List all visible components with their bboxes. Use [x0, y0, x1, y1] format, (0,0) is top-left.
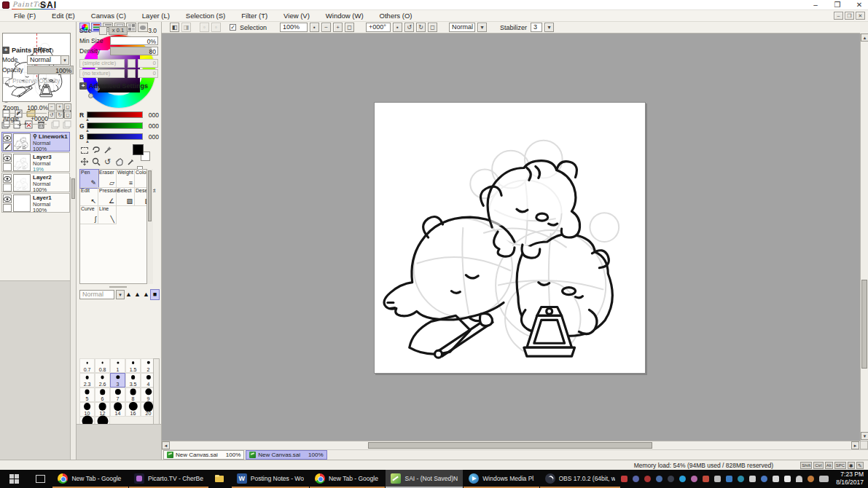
scroll-down-button[interactable]: ▼: [861, 432, 868, 440]
zoom-out-button[interactable]: −: [321, 23, 331, 32]
green-slider[interactable]: [87, 122, 143, 129]
tray-icon-10[interactable]: [726, 476, 732, 482]
tray-skype-icon[interactable]: [679, 476, 686, 482]
tray-discord-icon[interactable]: [633, 476, 639, 482]
mdi-close-button[interactable]: ✕: [856, 12, 865, 20]
gear-icon[interactable]: ✱: [848, 462, 855, 469]
foreground-color-swatch[interactable]: [133, 144, 144, 155]
tray-icon-7[interactable]: [691, 476, 697, 482]
layer-thumbnail[interactable]: [13, 194, 31, 212]
task-view-button[interactable]: [28, 470, 52, 488]
tray-volume-icon[interactable]: [749, 476, 756, 482]
brush-size-preset-12[interactable]: 12: [95, 402, 110, 417]
menu-view[interactable]: View (V): [275, 12, 318, 20]
tray-keyboard-icon[interactable]: [819, 476, 829, 482]
brush-size-preset-7[interactable]: 7: [110, 387, 125, 402]
canvas-tab-2-active[interactable]: New Canvas.sai 100%: [246, 450, 327, 460]
tray-battery-icon[interactable]: [773, 476, 779, 482]
layer-visibility-eye-icon[interactable]: [3, 133, 12, 142]
brush-texture-dropdown-button[interactable]: [128, 69, 136, 78]
canvas-tab-1[interactable]: New Canvas.sai 100%: [163, 450, 244, 460]
brush-size-preset-3[interactable]: 3: [110, 373, 125, 387]
expand-icon[interactable]: +: [2, 47, 9, 54]
layer-row-layer1[interactable]: Layer1 Normal 100%: [1, 193, 70, 213]
tray-icon-17[interactable]: [808, 476, 814, 482]
tool-curve[interactable]: Curveʃ: [80, 206, 98, 224]
mdi-restore-button[interactable]: ❐: [845, 12, 854, 20]
nav-zoom-in-button[interactable]: +: [56, 103, 63, 111]
layer-thumbnail[interactable]: [13, 133, 31, 151]
brush-size-preset-6[interactable]: 6: [95, 387, 110, 402]
menu-file[interactable]: File (F): [6, 12, 44, 20]
brush-size-preset-16[interactable]: 16: [125, 402, 141, 417]
menu-layer[interactable]: Layer (L): [134, 12, 178, 20]
tray-icon-8[interactable]: [703, 476, 709, 482]
brush-size-preset-0.8[interactable]: 0.8: [95, 358, 110, 373]
selection-eraser-button[interactable]: ◨: [181, 23, 191, 32]
layer-sub-checkbox[interactable]: [3, 204, 12, 212]
rotate-cw-button[interactable]: ↻: [416, 23, 426, 32]
taskbar-app-chrome-2[interactable]: New Tab - Google ...: [310, 470, 386, 488]
stabilizer-dropdown-button[interactable]: ▾: [544, 23, 554, 32]
tool-grid-scrollbar[interactable]: [146, 169, 153, 284]
restore-button[interactable]: ❐: [833, 1, 842, 9]
mdi-minimize-button[interactable]: –: [834, 12, 843, 20]
move-tool-icon[interactable]: [79, 157, 89, 167]
angle-value-field[interactable]: +000°: [366, 23, 391, 32]
layer-visibility-eye-icon[interactable]: [3, 174, 12, 183]
brush-texture-select[interactable]: (no texture): [79, 69, 125, 78]
tray-bluetooth-icon[interactable]: [761, 476, 767, 482]
tray-icon-3[interactable]: [644, 476, 651, 482]
close-button[interactable]: ✕: [855, 1, 864, 9]
foreground-background-swatches[interactable]: [133, 144, 152, 163]
tray-obs-icon[interactable]: [668, 476, 674, 482]
brush-size-preset-5[interactable]: 5: [79, 387, 95, 402]
layer-sub-checkbox[interactable]: [3, 163, 12, 171]
tool-edit[interactable]: Edit↖: [80, 188, 98, 206]
zoom-fit-button[interactable]: ◻: [345, 23, 354, 32]
size-multiplier-chip[interactable]: x 0.1: [109, 26, 128, 35]
start-button[interactable]: [0, 470, 28, 488]
brush-shape-round-icon[interactable]: ▲: [133, 290, 141, 299]
hue-marker[interactable]: [88, 93, 93, 98]
canvas-vertical-scrollbar[interactable]: ▲ ▼: [860, 34, 868, 441]
tray-icon-11[interactable]: [738, 476, 744, 482]
taskbar-app-word[interactable]: WPosting Notes - Wo...: [232, 470, 309, 488]
nav-angle-reset-button[interactable]: ◻: [64, 111, 71, 119]
zoom-in-button[interactable]: +: [333, 23, 343, 32]
brush-size-preset-1.5[interactable]: 1.5: [125, 358, 141, 373]
angle-slider-caret[interactable]: ▲: [23, 121, 28, 125]
angle-reset-button[interactable]: ▪: [393, 23, 402, 32]
selection-checkbox[interactable]: ✓: [230, 24, 236, 31]
horizontal-scroll-thumb[interactable]: [368, 442, 652, 449]
canvas-document[interactable]: [374, 102, 646, 374]
blue-slider[interactable]: [87, 133, 143, 140]
brush-shape-dome-icon[interactable]: ▲: [142, 290, 150, 299]
antialias-selection-button[interactable]: ▫: [211, 23, 221, 32]
brush-blend-select[interactable]: Normal: [79, 290, 114, 299]
tray-steam-icon[interactable]: [656, 476, 662, 482]
canvas-workspace[interactable]: [162, 34, 860, 441]
expand-icon[interactable]: +: [79, 82, 87, 90]
brush-size-preset-2.6[interactable]: 2.6: [95, 373, 110, 387]
tool-pressure[interactable]: Pressure∠: [98, 188, 117, 206]
layer-visibility-eye-icon[interactable]: [3, 154, 12, 162]
brush-size-preset-2.3[interactable]: 2.3: [79, 373, 95, 387]
hand-tool-icon[interactable]: [114, 157, 124, 167]
menu-canvas[interactable]: Canvas (C): [83, 12, 134, 20]
brush-size-preset-1[interactable]: 1: [110, 358, 125, 373]
tray-wifi-icon[interactable]: [796, 476, 802, 482]
menu-filter[interactable]: Filter (T): [233, 12, 275, 20]
zoom-tool-icon[interactable]: [91, 157, 101, 167]
vertical-scroll-thumb[interactable]: [861, 280, 867, 369]
taskbar-app-obs[interactable]: OBS 17.0.2 (64bit, w...: [540, 470, 621, 488]
presets-scrollbar[interactable]: [153, 358, 160, 431]
layer-mode-select[interactable]: Normal: [27, 55, 65, 65]
flip-canvas-button[interactable]: ◻: [428, 23, 437, 32]
canvas-horizontal-scrollbar[interactable]: ◄ ►: [162, 441, 860, 449]
zoom-value-field[interactable]: 100%: [280, 23, 308, 32]
brush-edge-dropdown-button[interactable]: [128, 59, 136, 68]
taskbar-app-picarto[interactable]: Picarto.TV - CherBe...: [129, 470, 208, 488]
layer-row-linework1[interactable]: ⚲ Linework1 Normal 100%: [1, 132, 70, 151]
layer-thumbnail[interactable]: [13, 154, 31, 171]
